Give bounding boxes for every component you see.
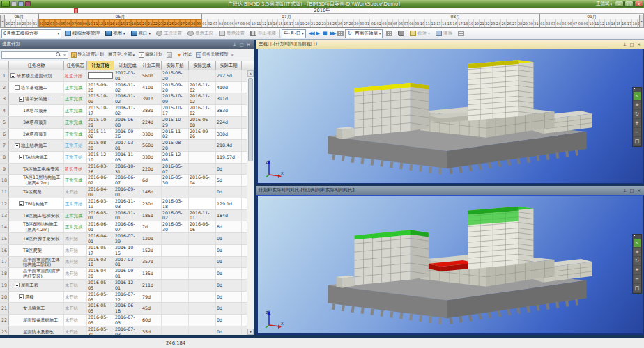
timeline-playhead[interactable] bbox=[74, 8, 78, 13]
plan-duration[interactable]: 560d bbox=[141, 140, 162, 151]
day-cell[interactable]: 06 bbox=[229, 19, 235, 27]
pin-icon[interactable] bbox=[622, 42, 628, 47]
column-header[interactable]: 任务状态 bbox=[64, 61, 87, 70]
task-name[interactable]: TB结构施工 bbox=[9, 198, 64, 209]
day-cell[interactable]: 13 bbox=[605, 19, 611, 27]
task-status[interactable]: 未开始 bbox=[64, 326, 87, 335]
plan-end[interactable]: 2016-10-15 bbox=[114, 245, 141, 256]
actual-end[interactable] bbox=[189, 70, 216, 81]
actual-duration[interactable]: 330d bbox=[216, 129, 242, 140]
collapse-expander-icon[interactable] bbox=[19, 201, 24, 206]
plan-end[interactable]: 2016-09-01 bbox=[114, 268, 141, 279]
task-name[interactable]: 屋面设备基础施工 bbox=[9, 315, 64, 326]
actual-end[interactable] bbox=[189, 326, 216, 335]
day-cell[interactable]: 20 bbox=[305, 19, 311, 27]
overflow-icon[interactable] bbox=[231, 52, 233, 58]
plan-start[interactable]: 2015-10-09 bbox=[87, 93, 114, 104]
plan-start[interactable]: 2016-03-26 bbox=[87, 164, 114, 175]
task-status[interactable]: 未开始 bbox=[64, 187, 87, 198]
column-header[interactable]: 实际工期 bbox=[216, 61, 242, 70]
minimize-button[interactable] bbox=[615, 1, 624, 7]
actual-end[interactable] bbox=[189, 257, 216, 268]
day-cell[interactable]: 29 bbox=[354, 19, 360, 27]
timeline-scroll-left[interactable] bbox=[0, 15, 5, 28]
column-header[interactable]: 计划工期 bbox=[141, 61, 162, 70]
plan-start[interactable]: 2016-03-19 bbox=[87, 198, 114, 209]
plan-duration[interactable]: 60d bbox=[141, 315, 162, 326]
plan-end[interactable]: 2016-07-29 bbox=[114, 233, 141, 244]
day-cell[interactable]: 14 bbox=[273, 19, 278, 27]
actual-duration[interactable]: 0d bbox=[216, 292, 242, 303]
day-cell[interactable]: 09 bbox=[583, 19, 589, 27]
day-cell[interactable]: 26 bbox=[174, 19, 180, 27]
day-cell[interactable]: 16 bbox=[452, 19, 458, 27]
schedule-panel-header[interactable]: 进度计划 bbox=[0, 40, 254, 49]
actual-end[interactable] bbox=[189, 164, 216, 175]
day-cell[interactable]: 08 bbox=[240, 19, 246, 27]
work-condition-settings-button[interactable]: 工况设置 bbox=[154, 29, 184, 38]
task-name[interactable]: 总平面布置图(主体结构施工阶段) bbox=[9, 257, 64, 268]
plan-start[interactable]: 2016-05-05 bbox=[87, 315, 114, 326]
day-cell[interactable]: 06 bbox=[399, 19, 404, 27]
day-cell[interactable]: 22 bbox=[316, 19, 322, 27]
day-cell[interactable]: 16 bbox=[622, 19, 627, 27]
day-cell[interactable]: 26 bbox=[6, 19, 11, 27]
day-cell[interactable]: 23 bbox=[321, 19, 327, 27]
actual-duration[interactable]: 391d bbox=[216, 93, 242, 104]
day-cell[interactable]: 03 bbox=[49, 19, 55, 27]
day-cell[interactable]: 12 bbox=[600, 19, 606, 27]
day-cell[interactable]: 27 bbox=[343, 19, 348, 27]
actual-duration[interactable]: 0d bbox=[216, 257, 242, 268]
main-3d-canvas[interactable]: Z X bbox=[256, 49, 644, 184]
plan-duration[interactable]: 45d bbox=[141, 303, 162, 314]
zoom-fit-icon[interactable] bbox=[634, 284, 641, 292]
day-cell[interactable]: 22 bbox=[485, 19, 491, 27]
actual-start[interactable] bbox=[162, 280, 189, 291]
plan-start[interactable]: 2016-05-05 bbox=[87, 292, 114, 303]
table-row[interactable]: 9TA区施工电梯安装延迟开始2016-03-262016-10-31220d20… bbox=[0, 164, 247, 175]
plan-duration[interactable]: 410d bbox=[141, 82, 162, 93]
actual-start[interactable] bbox=[162, 268, 189, 279]
plan-start[interactable]: 2015-08-20 bbox=[87, 140, 114, 151]
schedule-grid-icon[interactable] bbox=[337, 31, 344, 36]
task-status[interactable]: 正常完成 bbox=[64, 221, 87, 232]
plan-start[interactable]: 2016-05-05 bbox=[87, 280, 114, 291]
actual-duration[interactable]: 0d bbox=[216, 187, 242, 198]
plan-end[interactable]: 2016-06-08 bbox=[114, 117, 141, 128]
column-header[interactable]: 计划完成 bbox=[114, 61, 141, 70]
day-cell[interactable]: 19 bbox=[300, 19, 305, 27]
day-cell[interactable]: 30 bbox=[360, 19, 365, 27]
table-row[interactable]: 16TB区爬架未开始2016-05-172016-10-15152d0d bbox=[0, 245, 247, 257]
scrollbar-thumb[interactable] bbox=[248, 78, 253, 161]
vertical-scrollbar[interactable] bbox=[247, 70, 254, 335]
plan-start[interactable]: 2016-04-09 bbox=[87, 187, 114, 198]
day-cell[interactable]: 31 bbox=[534, 19, 539, 27]
actual-start[interactable]: 2015-11-02 bbox=[162, 129, 189, 140]
actual-duration[interactable]: 0d bbox=[216, 315, 242, 326]
table-row[interactable]: 53#塔吊顶升正常完成2015-10-292016-06-08224d2015-… bbox=[0, 117, 247, 129]
actual-start[interactable]: 2015-08-20 bbox=[162, 70, 189, 81]
day-cell[interactable]: 18 bbox=[632, 19, 638, 27]
task-name[interactable]: TA区13层结构施工（层高4.2m） bbox=[9, 175, 64, 186]
close-icon[interactable] bbox=[636, 42, 642, 47]
task-status[interactable]: 延迟开始 bbox=[64, 164, 87, 175]
display-settings-button[interactable]: 显示设置 bbox=[217, 29, 247, 38]
day-cell[interactable]: 02 bbox=[208, 19, 213, 27]
plan-start[interactable]: 2016-05-17 bbox=[87, 245, 114, 256]
actual-duration[interactable]: 119.57d bbox=[216, 152, 242, 163]
plan-end[interactable]: 2016-09-01 bbox=[114, 187, 141, 198]
task-status[interactable]: 正常完成 bbox=[64, 117, 87, 128]
day-cell[interactable]: 20 bbox=[141, 19, 147, 27]
plan-end[interactable]: 2016-11-02 bbox=[114, 82, 141, 93]
plan-duration[interactable]: 79d bbox=[141, 292, 162, 303]
orbit-icon[interactable] bbox=[634, 257, 641, 265]
task-name[interactable]: TA区爬架 bbox=[9, 187, 64, 198]
actual-duration[interactable]: 224d bbox=[216, 117, 242, 128]
collapse-expander-icon[interactable] bbox=[19, 294, 24, 299]
plan-end[interactable]: 2016-07-22 bbox=[114, 292, 141, 303]
actual-end[interactable] bbox=[189, 152, 216, 163]
day-cell[interactable]: 30 bbox=[528, 19, 534, 27]
task-name[interactable]: TB区爬架 bbox=[9, 245, 64, 256]
day-cell[interactable]: 01 bbox=[371, 19, 377, 27]
task-name[interactable]: TB区8层结构施工（层高4.2m） bbox=[9, 221, 64, 232]
